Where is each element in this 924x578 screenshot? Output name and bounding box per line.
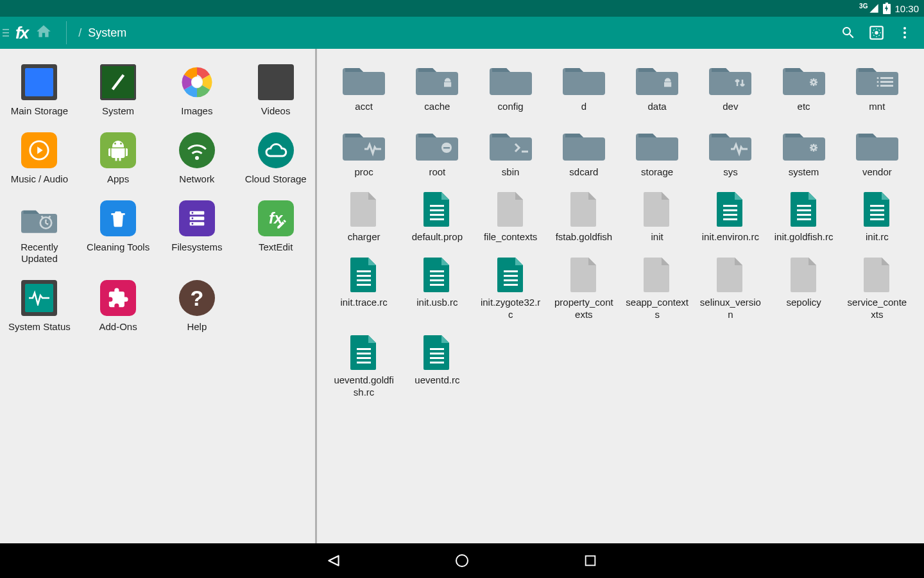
file-item[interactable]: init.goldfish.rc: [769, 188, 839, 247]
file-item[interactable]: init.trace.rc: [329, 254, 399, 325]
svg-rect-36: [797, 209, 811, 211]
folder-item[interactable]: dev: [695, 58, 766, 117]
item-label: init.environ.rc: [702, 231, 759, 243]
folder-icon: [783, 62, 825, 96]
file-item[interactable]: default.prop: [402, 188, 472, 247]
folder-item[interactable]: sys: [695, 123, 766, 182]
item-label: storage: [641, 166, 673, 179]
folder-item[interactable]: mnt: [842, 58, 912, 117]
category-network[interactable]: Network: [158, 128, 237, 197]
overflow-button[interactable]: [891, 19, 919, 47]
folder-item[interactable]: d: [549, 58, 619, 117]
svg-rect-25: [443, 147, 450, 149]
folder-icon: [343, 127, 385, 162]
file-item[interactable]: sepolicy: [769, 254, 839, 325]
file-item[interactable]: selinux_version: [695, 254, 766, 325]
back-icon: [325, 552, 342, 569]
file-icon: [856, 258, 898, 292]
svg-rect-50: [430, 284, 444, 286]
folder-item[interactable]: storage: [622, 123, 692, 182]
network-label: 3G: [859, 3, 868, 10]
file-item[interactable]: service_contexts: [842, 254, 912, 325]
search-button[interactable]: [834, 19, 862, 47]
item-label: etc: [798, 100, 810, 113]
settings-button[interactable]: [862, 19, 891, 47]
file-item[interactable]: init.environ.rc: [695, 188, 766, 247]
svg-point-15: [191, 218, 193, 220]
nav-recent-button[interactable]: [578, 548, 603, 574]
folder-icon: [490, 127, 532, 162]
svg-point-16: [191, 223, 193, 225]
folder-item[interactable]: data: [622, 58, 692, 117]
folder-item[interactable]: acct: [329, 58, 399, 117]
folder-item[interactable]: root: [402, 123, 472, 182]
item-label: init.goldfish.rc: [774, 231, 834, 243]
item-label: config: [498, 100, 524, 113]
file-item[interactable]: file_contexts: [475, 188, 546, 247]
category-addons[interactable]: Add-Ons: [79, 276, 158, 344]
nav-back-button[interactable]: [321, 548, 346, 574]
svg-point-8: [114, 143, 116, 144]
file-item[interactable]: ueventd.rc: [402, 331, 472, 403]
folder-item[interactable]: etc: [769, 58, 839, 117]
category-music[interactable]: Music / Audio: [0, 128, 79, 197]
app-logo[interactable]: fx: [15, 23, 28, 43]
file-icon: [636, 192, 678, 227]
folder-item[interactable]: vendor: [842, 123, 912, 182]
item-label: sys: [723, 166, 738, 179]
category-help[interactable]: ?Help: [158, 276, 237, 344]
item-label: fstab.goldfish: [556, 231, 612, 243]
svg-point-23: [877, 85, 878, 87]
file-item[interactable]: charger: [329, 188, 399, 247]
category-label: Videos: [261, 105, 291, 117]
folder-item[interactable]: proc: [329, 123, 399, 182]
item-label: service_contexts: [845, 296, 909, 321]
svg-rect-32: [723, 209, 737, 211]
category-recent[interactable]: Recently Updated: [0, 197, 79, 276]
settings-badge-icon: [868, 24, 885, 41]
svg-rect-34: [723, 218, 737, 220]
folder-item[interactable]: sbin: [475, 123, 546, 182]
folder-icon: [416, 62, 458, 96]
category-label: Images: [181, 105, 212, 117]
file-icon: [416, 192, 458, 227]
category-main-storage[interactable]: Main Storage: [0, 60, 79, 128]
folder-item[interactable]: sdcard: [549, 123, 619, 182]
category-videos[interactable]: Videos: [236, 60, 315, 128]
file-item[interactable]: seapp_contexts: [622, 254, 692, 325]
folder-item[interactable]: cache: [402, 58, 472, 117]
folder-icon: [856, 127, 898, 162]
folder-item[interactable]: config: [475, 58, 546, 117]
home-icon[interactable]: [35, 23, 52, 42]
svg-rect-27: [430, 205, 444, 207]
file-item[interactable]: init.usb.rc: [402, 254, 472, 325]
svg-rect-58: [357, 362, 371, 363]
folder-item[interactable]: system: [769, 123, 839, 182]
file-item[interactable]: property_contexts: [549, 254, 619, 325]
category-filesystems[interactable]: Filesystems: [158, 197, 237, 276]
breadcrumb[interactable]: /System: [78, 26, 126, 40]
folder-icon: [563, 62, 605, 96]
svg-rect-61: [430, 357, 444, 359]
file-item[interactable]: fstab.goldfish: [549, 188, 619, 247]
file-item[interactable]: init.zygote32.rc: [475, 254, 546, 325]
category-images[interactable]: Images: [158, 60, 237, 128]
svg-rect-47: [430, 270, 444, 272]
category-sysstatus[interactable]: System Status: [0, 276, 79, 344]
nav-home-button[interactable]: [449, 548, 475, 574]
menu-handle-icon[interactable]: [3, 29, 9, 37]
file-item[interactable]: ueventd.goldfish.rc: [329, 331, 399, 403]
svg-rect-43: [357, 270, 371, 272]
category-label: Apps: [107, 173, 129, 185]
category-textedit[interactable]: fxTextEdit: [236, 197, 315, 276]
category-cleaning[interactable]: Cleaning Tools: [79, 197, 158, 276]
category-label: Music / Audio: [11, 173, 68, 185]
file-item[interactable]: init: [622, 188, 692, 247]
category-apps[interactable]: Apps: [79, 128, 158, 197]
svg-point-4: [903, 36, 906, 39]
category-cloud[interactable]: Cloud Storage: [236, 128, 315, 197]
svg-point-1: [875, 31, 878, 34]
file-item[interactable]: init.rc: [842, 188, 912, 247]
category-label: Help: [187, 321, 207, 333]
category-system[interactable]: System: [79, 60, 158, 128]
